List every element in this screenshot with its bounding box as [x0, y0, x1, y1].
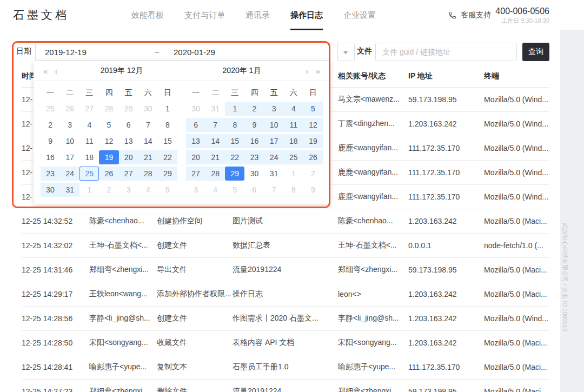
- calendar-day[interactable]: 11: [284, 118, 303, 132]
- calendar-day[interactable]: 29: [158, 167, 177, 181]
- calendar-day[interactable]: 31: [205, 102, 225, 116]
- calendar-day[interactable]: 30: [244, 167, 264, 181]
- calendar-day[interactable]: 16: [244, 134, 264, 148]
- file-guid-input[interactable]: [375, 43, 517, 61]
- calendar-day[interactable]: 20: [119, 150, 138, 164]
- calendar-day[interactable]: 25: [79, 167, 99, 181]
- calendar-day[interactable]: 30: [186, 102, 205, 116]
- calendar-day[interactable]: 4: [79, 118, 99, 132]
- calendar-day[interactable]: 7: [264, 183, 284, 197]
- calendar-day[interactable]: 13: [119, 134, 138, 148]
- calendar-day[interactable]: 30: [138, 102, 158, 116]
- calendar-day[interactable]: 6: [119, 118, 138, 132]
- date-start-value[interactable]: 2019-12-19: [45, 48, 87, 57]
- nav-item[interactable]: 支付与订单: [184, 0, 225, 30]
- calendar-day[interactable]: 9: [41, 134, 60, 148]
- calendar-day[interactable]: 15: [158, 134, 177, 148]
- calendar-day[interactable]: 24: [264, 150, 284, 164]
- calendar-day[interactable]: 26: [60, 102, 79, 116]
- calendar-day[interactable]: 2: [303, 167, 323, 181]
- calendar-day[interactable]: 28: [138, 167, 158, 181]
- calendar-day[interactable]: 25: [284, 150, 303, 164]
- calendar-day[interactable]: 14: [205, 134, 225, 148]
- calendar-day[interactable]: 5: [225, 183, 244, 197]
- calendar-day[interactable]: 20: [186, 150, 205, 164]
- calendar-day[interactable]: 10: [264, 118, 284, 132]
- date-preset-dropdown[interactable]: [337, 43, 355, 61]
- calendar-day[interactable]: 24: [60, 167, 79, 181]
- calendar-day[interactable]: 17: [60, 150, 79, 164]
- calendar-day[interactable]: 28: [99, 102, 118, 116]
- prev-year-icon[interactable]: «: [40, 67, 51, 76]
- nav-item[interactable]: 操作日志: [290, 0, 323, 30]
- calendar-day[interactable]: 23: [244, 150, 264, 164]
- calendar-day[interactable]: 27: [119, 167, 138, 181]
- date-end-value[interactable]: 2020-01-29: [174, 48, 215, 57]
- calendar-day[interactable]: 21: [138, 150, 158, 164]
- calendar-day[interactable]: 5: [158, 183, 177, 197]
- calendar-day[interactable]: 3: [119, 183, 138, 197]
- calendar-day[interactable]: 19: [99, 150, 118, 164]
- calendar-day[interactable]: 19: [303, 134, 323, 148]
- calendar-day[interactable]: 23: [41, 167, 60, 181]
- query-button[interactable]: 查询: [522, 43, 549, 61]
- calendar-day[interactable]: 7: [138, 118, 158, 132]
- calendar-day[interactable]: 9: [244, 118, 264, 132]
- calendar-day[interactable]: 6: [186, 118, 205, 132]
- next-month-icon[interactable]: ›: [302, 67, 313, 76]
- calendar-day[interactable]: 12: [303, 118, 323, 132]
- calendar-day[interactable]: 9: [303, 183, 323, 197]
- calendar-day[interactable]: 2: [41, 118, 60, 132]
- calendar-day[interactable]: 14: [138, 134, 158, 148]
- nav-item[interactable]: 通讯录: [245, 0, 270, 30]
- calendar-day[interactable]: 25: [41, 102, 60, 116]
- calendar-day[interactable]: 1: [225, 102, 244, 116]
- calendar-day[interactable]: 5: [303, 102, 323, 116]
- calendar-day[interactable]: 3: [186, 183, 205, 197]
- nav-item[interactable]: 效能看板: [131, 0, 164, 30]
- calendar-day[interactable]: 5: [99, 118, 118, 132]
- calendar-day[interactable]: 8: [225, 118, 244, 132]
- nav-item[interactable]: 企业设置: [343, 0, 376, 30]
- calendar-day[interactable]: 8: [284, 183, 303, 197]
- calendar-day[interactable]: 18: [79, 150, 99, 164]
- calendar-day[interactable]: 31: [264, 167, 284, 181]
- calendar-day[interactable]: 6: [244, 183, 264, 197]
- calendar-day[interactable]: 26: [303, 150, 323, 164]
- calendar-day[interactable]: 16: [41, 150, 60, 164]
- calendar-day[interactable]: 17: [264, 134, 284, 148]
- calendar-day[interactable]: 4: [284, 102, 303, 116]
- calendar-day[interactable]: 27: [79, 102, 99, 116]
- calendar-day[interactable]: 11: [79, 134, 99, 148]
- cell-ip: 1.203.163.242: [408, 217, 484, 225]
- calendar-day[interactable]: 30: [41, 183, 60, 197]
- calendar-day[interactable]: 29: [119, 102, 138, 116]
- calendar-day[interactable]: 13: [186, 134, 205, 148]
- calendar-day[interactable]: 12: [99, 134, 118, 148]
- calendar-day[interactable]: 1: [79, 183, 99, 197]
- calendar-day[interactable]: 31: [60, 183, 79, 197]
- calendar-day[interactable]: 4: [138, 183, 158, 197]
- calendar-day[interactable]: 27: [186, 167, 205, 181]
- calendar-day[interactable]: 10: [60, 134, 79, 148]
- calendar-day[interactable]: 2: [244, 102, 264, 116]
- calendar-day[interactable]: 3: [264, 102, 284, 116]
- prev-month-icon[interactable]: ‹: [51, 67, 62, 76]
- calendar-day[interactable]: 26: [99, 167, 118, 181]
- calendar-day[interactable]: 3: [60, 118, 79, 132]
- calendar-day[interactable]: 8: [158, 118, 177, 132]
- calendar-day[interactable]: 18: [284, 134, 303, 148]
- calendar-day[interactable]: 4: [205, 183, 225, 197]
- calendar-day[interactable]: 7: [205, 118, 225, 132]
- calendar-day[interactable]: 2: [99, 183, 118, 197]
- calendar-day[interactable]: 21: [205, 150, 225, 164]
- calendar-day[interactable]: 1: [158, 102, 177, 116]
- calendar-day[interactable]: 22: [225, 150, 244, 164]
- calendar-day[interactable]: 15: [225, 134, 244, 148]
- calendar-day[interactable]: 28: [205, 167, 225, 181]
- next-year-icon[interactable]: »: [313, 67, 323, 76]
- calendar-day[interactable]: 29: [225, 167, 244, 181]
- date-range-input[interactable]: 2019-12-19 ~ 2020-01-29: [35, 43, 330, 61]
- calendar-day[interactable]: 1: [284, 167, 303, 181]
- calendar-day[interactable]: 22: [158, 150, 177, 164]
